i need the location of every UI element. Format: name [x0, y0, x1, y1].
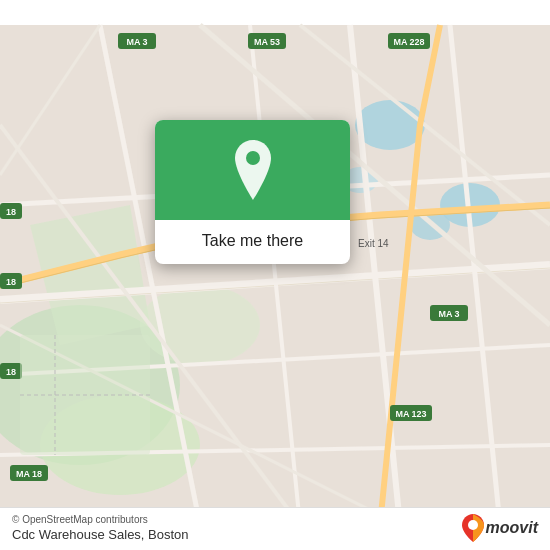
bottom-bar: © OpenStreetMap contributors Cdc Warehou… — [0, 507, 550, 550]
svg-text:MA 123: MA 123 — [395, 409, 426, 419]
take-me-there-button[interactable]: Take me there — [202, 232, 303, 250]
svg-text:18: 18 — [6, 277, 16, 287]
moovit-text: moovit — [486, 519, 538, 537]
location-title: Cdc Warehouse Sales, Boston — [12, 527, 538, 542]
popup-card-body: Take me there — [155, 220, 350, 264]
svg-text:18: 18 — [6, 207, 16, 217]
map-container: MA 3 MA 53 MA 228 18 18 18 MA 18 MA 3 MA… — [0, 0, 550, 550]
copyright-text: © OpenStreetMap contributors — [12, 514, 538, 525]
svg-point-46 — [246, 151, 260, 165]
location-pin-icon — [229, 140, 277, 200]
moovit-marker-icon — [462, 514, 484, 542]
svg-text:MA 18: MA 18 — [16, 469, 42, 479]
svg-point-47 — [468, 520, 478, 530]
svg-text:MA 228: MA 228 — [393, 37, 424, 47]
svg-text:MA 3: MA 3 — [438, 309, 459, 319]
map-background: MA 3 MA 53 MA 228 18 18 18 MA 18 MA 3 MA… — [0, 0, 550, 550]
popup-card: Take me there — [155, 120, 350, 264]
svg-text:MA 3: MA 3 — [126, 37, 147, 47]
svg-text:MA 53: MA 53 — [254, 37, 280, 47]
svg-text:18: 18 — [6, 367, 16, 377]
svg-text:Exit 14: Exit 14 — [358, 238, 389, 249]
popup-card-header — [155, 120, 350, 220]
moovit-logo: moovit — [462, 514, 538, 542]
svg-point-5 — [355, 100, 425, 150]
